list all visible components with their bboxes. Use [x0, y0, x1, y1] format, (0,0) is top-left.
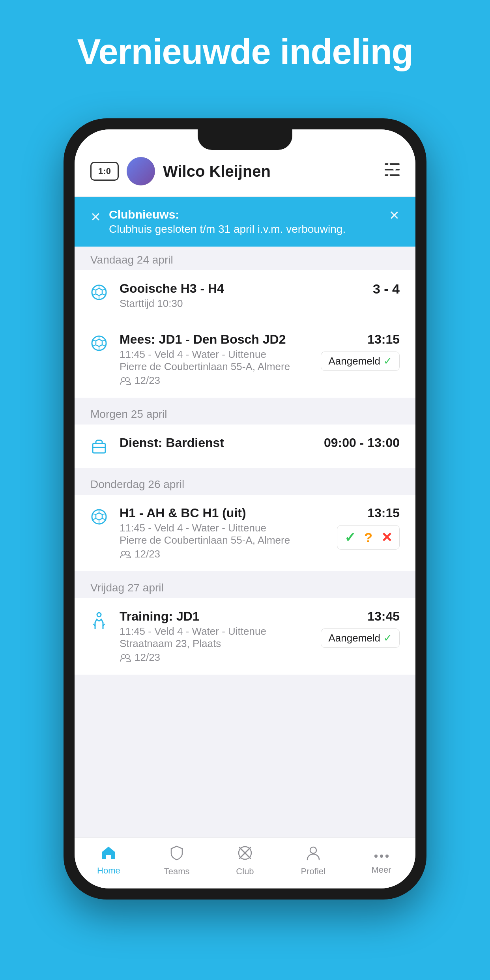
- event-mees-subtitle: 11:45 - Veld 4 - Water - Uittenue: [120, 348, 312, 361]
- svg-point-28: [122, 551, 125, 555]
- event-gooische[interactable]: Gooische H3 - H4 Starttijd 10:30 3 - 4: [75, 270, 415, 321]
- news-dismiss-icon[interactable]: ✕: [389, 208, 400, 223]
- avatar[interactable]: [127, 157, 155, 185]
- svg-point-19: [125, 378, 129, 382]
- event-training-title: Training: JD1: [120, 609, 312, 624]
- event-bardienst-time: 09:00 - 13:00: [324, 436, 400, 450]
- section-header-today: Vandaag 24 april: [75, 247, 415, 270]
- match-icon-3: [90, 508, 111, 527]
- event-mees-time: 13:15: [367, 332, 400, 347]
- event-h1-details: H1 - AH & BC H1 (uit) 11:45 - Veld 4 - W…: [120, 506, 328, 560]
- phone-frame: 1:0 Wilco Kleijnen ✕ Clubnieu: [64, 118, 426, 900]
- event-mees-time-right: 13:15 Aangemeld ✓: [321, 332, 400, 371]
- event-mees-attendees: 12/23: [120, 374, 312, 387]
- training-icon: [90, 612, 111, 630]
- event-mees-jd1[interactable]: Mees: JD1 - Den Bosch JD2 11:45 - Veld 4…: [75, 321, 415, 398]
- svg-rect-0: [385, 163, 400, 165]
- scroll-content: Vandaag 24 april: [75, 247, 415, 837]
- svg-point-32: [125, 655, 129, 658]
- svg-rect-4: [393, 169, 396, 170]
- event-training-address: Straatnaam 23, Plaats: [120, 638, 312, 650]
- event-h1-ahbc[interactable]: H1 - AH & BC H1 (uit) 11:45 - Veld 4 - W…: [75, 495, 415, 571]
- event-h1-time-right: 13:15 ✓ ? ✕: [337, 506, 400, 550]
- news-banner: ✕ Clubnieuws: Clubhuis gesloten t/m 31 a…: [75, 197, 415, 247]
- rsvp-yes[interactable]: ✓: [344, 529, 355, 545]
- svg-point-39: [385, 855, 389, 858]
- section-header-thursday: Donderdag 26 april: [75, 471, 415, 495]
- event-bardienst[interactable]: Dienst: Bardienst 09:00 - 13:00: [75, 425, 415, 468]
- club-icon: [238, 845, 252, 864]
- match-icon-1: [90, 284, 111, 303]
- event-training-details: Training: JD1 11:45 - Veld 4 - Water - U…: [120, 609, 312, 664]
- svg-rect-3: [388, 163, 390, 165]
- event-h1-rsvp[interactable]: ✓ ? ✕: [337, 525, 400, 550]
- nav-label-club: Club: [236, 866, 254, 877]
- news-content: Clubnieuws: Clubhuis gesloten t/m 31 apr…: [109, 208, 381, 236]
- event-training-time-right: 13:45 Aangemeld ✓: [321, 609, 400, 648]
- svg-point-30: [97, 613, 101, 617]
- news-title: Clubnieuws:: [109, 208, 381, 221]
- svg-point-29: [125, 551, 129, 555]
- user-icon: [307, 845, 320, 864]
- svg-rect-2: [385, 174, 400, 176]
- user-name: Wilco Kleijnen: [163, 163, 377, 180]
- nav-item-teams[interactable]: Teams: [143, 845, 211, 877]
- event-training-badge[interactable]: Aangemeld ✓: [321, 628, 400, 648]
- phone-screen: 1:0 Wilco Kleijnen ✕ Clubnieu: [75, 129, 415, 888]
- nav-label-teams: Teams: [164, 866, 190, 877]
- match-icon-2: [90, 335, 111, 353]
- event-h1-time: 13:15: [367, 506, 400, 520]
- nav-label-profiel: Profiel: [301, 866, 325, 877]
- event-h1-title: H1 - AH & BC H1 (uit): [120, 506, 328, 520]
- svg-rect-5: [388, 174, 390, 176]
- event-bardienst-title: Dienst: Bardienst: [120, 436, 315, 450]
- event-gooische-score: 3 - 4: [373, 281, 400, 297]
- rsvp-maybe[interactable]: ?: [364, 530, 372, 545]
- shield-icon: [170, 845, 183, 864]
- section-header-friday: Vrijdag 27 april: [75, 574, 415, 598]
- nav-item-profiel[interactable]: Profiel: [279, 845, 347, 877]
- news-close-x-icon[interactable]: ✕: [90, 209, 101, 224]
- nav-label-meer: Meer: [372, 865, 391, 875]
- dots-icon: [373, 845, 390, 862]
- rsvp-no[interactable]: ✕: [381, 529, 392, 545]
- event-training-time: 13:45: [367, 609, 400, 624]
- svg-point-38: [380, 855, 383, 858]
- nav-item-home[interactable]: Home: [75, 845, 143, 877]
- event-mees-badge[interactable]: Aangemeld ✓: [321, 352, 400, 371]
- event-gooische-subtitle: Starttijd 10:30: [120, 297, 364, 310]
- page-title: Vernieuwde indeling: [0, 0, 490, 72]
- event-bardienst-details: Dienst: Bardienst: [120, 436, 315, 450]
- event-gooische-details: Gooische H3 - H4 Starttijd 10:30: [120, 281, 364, 310]
- event-training-attendees: 12/23: [120, 651, 312, 664]
- bottom-nav: Home Teams Club: [75, 837, 415, 888]
- svg-point-36: [310, 847, 316, 853]
- event-mees-title: Mees: JD1 - Den Bosch JD2: [120, 332, 312, 347]
- home-icon: [101, 845, 116, 863]
- svg-point-31: [122, 655, 125, 658]
- notch: [198, 129, 292, 150]
- svg-rect-1: [385, 169, 400, 170]
- event-mees-address: Pierre de Coubertinlaan 55-A, Almere: [120, 361, 312, 373]
- event-training-jd1[interactable]: Training: JD1 11:45 - Veld 4 - Water - U…: [75, 598, 415, 675]
- nav-item-club[interactable]: Club: [211, 845, 279, 877]
- event-h1-address: Pierre de Coubertinlaan 55-A, Almere: [120, 534, 328, 546]
- section-header-tomorrow: Morgen 25 april: [75, 401, 415, 425]
- event-h1-attendees: 12/23: [120, 548, 328, 560]
- news-body: Clubhuis gesloten t/m 31 april i.v.m. ve…: [109, 223, 381, 236]
- nav-item-meer[interactable]: Meer: [347, 845, 415, 877]
- event-h1-subtitle: 11:45 - Veld 4 - Water - Uittenue: [120, 522, 328, 534]
- nav-label-home: Home: [97, 866, 120, 876]
- service-icon: [90, 438, 111, 457]
- event-mees-details: Mees: JD1 - Den Bosch JD2 11:45 - Veld 4…: [120, 332, 312, 387]
- score-icon: 1:0: [90, 162, 119, 181]
- svg-point-37: [374, 855, 378, 858]
- svg-rect-20: [93, 443, 105, 453]
- event-gooische-title: Gooische H3 - H4: [120, 281, 364, 296]
- event-training-subtitle: 11:45 - Veld 4 - Water - Uittenue: [120, 625, 312, 638]
- filter-icon[interactable]: [385, 163, 400, 180]
- svg-point-18: [122, 378, 125, 382]
